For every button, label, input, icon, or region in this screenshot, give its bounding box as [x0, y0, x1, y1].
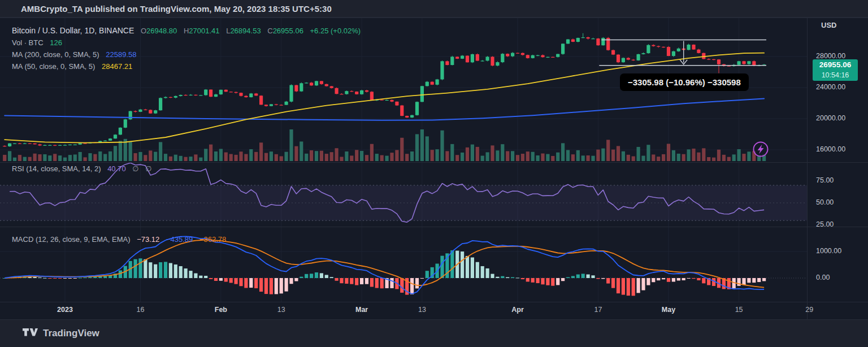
ma200-value: 22589.58 — [106, 50, 136, 59]
ma50-value: 28467.21 — [102, 62, 132, 71]
open-value: 26948.80 — [146, 27, 177, 35]
time-axis-label: May — [662, 306, 675, 314]
change-value: +6.25 (+0.02%) — [310, 27, 361, 35]
price-axis-label: 20000.00 — [816, 114, 845, 122]
volume-label[interactable]: Vol · BTC — [12, 38, 44, 47]
bar-countdown: 10:54:16 — [813, 71, 858, 80]
symbol-title[interactable]: Bitcoin / U.S. Dollar, 1D, BINANCE — [12, 26, 134, 35]
rsi-label[interactable]: RSI (14, close, SMA, 14, 2) — [12, 164, 101, 173]
ma200-label[interactable]: MA (200, close, 0, SMA, 5) — [12, 50, 99, 59]
high-value: 27001.41 — [189, 27, 219, 35]
macd-axis-label: 0.00 — [816, 274, 830, 281]
rsi-hidden-value-1: ∅ — [132, 164, 138, 173]
price-axis-label: 16000.00 — [816, 145, 845, 153]
macd-signal-value: −362.78 — [199, 235, 226, 244]
publish-info: AMBCrypto_TA published on TradingView.co… — [21, 4, 332, 14]
macd-axis-label: 1000.00 — [816, 247, 841, 255]
last-price: 26955.06 — [813, 59, 858, 71]
low-value: 26894.53 — [230, 27, 261, 35]
time-axis-label: Mar — [355, 306, 368, 314]
price-axis-label: 28000.00 — [816, 52, 845, 60]
rsi-hidden-value-2: ∅ — [145, 164, 151, 173]
time-axis-label: 15 — [735, 306, 743, 314]
header-bar: AMBCrypto_TA published on TradingView.co… — [0, 0, 868, 18]
time-axis-label: Feb — [215, 306, 227, 314]
macd-lines — [5, 237, 764, 294]
close-value: 26955.06 — [273, 27, 303, 35]
rsi-axis-label: 25.00 — [816, 220, 834, 228]
macd-pane-legend: MACD (12, 26, close, 9, EMA, EMA) −73.12… — [12, 235, 226, 244]
rsi-pane-legend: RSI (14, close, SMA, 14, 2) 40.70 ∅ ∅ — [12, 164, 152, 173]
rsi-value: 40.70 — [107, 164, 126, 173]
measure-tooltip: −3305.98 (−10.96%) −330598 — [620, 73, 749, 91]
rsi-axis-label: 75.00 — [816, 176, 834, 184]
price-axis-label: 24000.00 — [816, 83, 845, 91]
macd-label[interactable]: MACD (12, 26, close, 9, EMA, EMA) — [12, 235, 131, 244]
macd-line-value: −435.89 — [166, 235, 193, 244]
open-label: O — [141, 27, 146, 35]
time-axis-label: Apr — [511, 306, 524, 314]
time-axis-label: 16 — [137, 306, 145, 314]
macd-hist-value: −73.12 — [137, 235, 159, 244]
last-price-badge: 26955.06 10:54:16 — [813, 59, 858, 81]
rsi-axis-label: 50.00 — [816, 198, 834, 206]
ma200-line — [5, 98, 764, 120]
volume-layer — [3, 129, 766, 161]
time-axis-label: 2023 — [57, 306, 73, 314]
tradingview-brand-text: TradingView — [43, 328, 99, 339]
tradingview-brand[interactable]: TradingView — [23, 328, 868, 339]
time-axis-label: 17 — [594, 306, 602, 314]
flash-boost-icon[interactable] — [752, 140, 770, 158]
close-label: C — [267, 27, 272, 35]
time-axis-label: 13 — [277, 306, 285, 314]
footer-bar: TradingView — [0, 319, 868, 347]
tradingview-logo-icon — [23, 328, 38, 339]
high-label: H — [184, 27, 189, 35]
ma50-label[interactable]: MA (50, close, 0, SMA, 5) — [12, 62, 95, 71]
time-axis-label: 13 — [418, 306, 426, 314]
price-axis-currency: USD — [821, 21, 836, 29]
volume-value: 126 — [50, 38, 62, 47]
time-axis-label: 29 — [805, 306, 813, 314]
tradingview-snapshot: AMBCrypto_TA published on TradingView.co… — [0, 0, 868, 347]
main-pane-legend: Bitcoin / U.S. Dollar, 1D, BINANCE O2694… — [12, 25, 361, 72]
